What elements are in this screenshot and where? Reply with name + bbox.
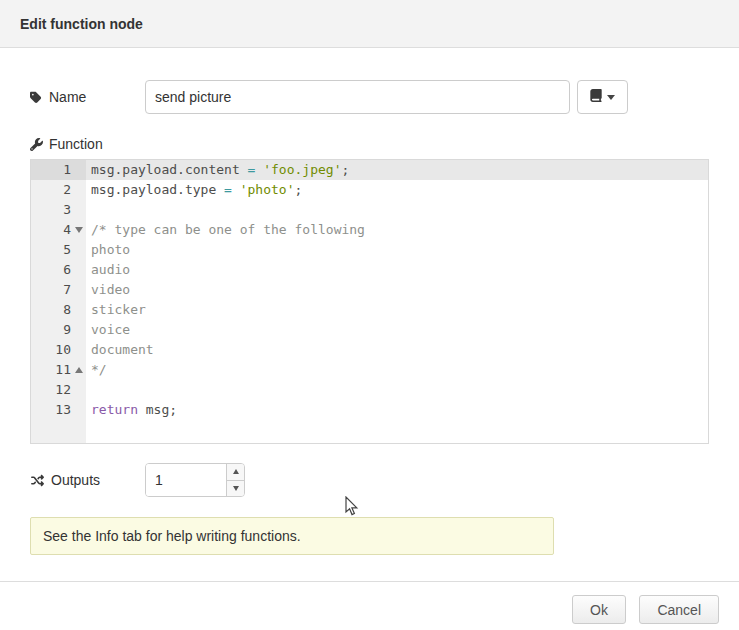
ok-button[interactable]: Ok [572,595,626,624]
code-line[interactable] [86,380,708,400]
info-tip: See the Info tab for help writing functi… [30,517,554,555]
code-line[interactable]: */ [86,360,708,380]
code-line[interactable]: video [86,280,708,300]
dialog-header: Edit function node [0,0,739,48]
code-line[interactable]: return msg; [86,400,708,420]
code-token: msg.payload.content [91,162,248,177]
gutter-line-number[interactable]: 2 [31,180,86,200]
shuffle-icon [30,474,45,487]
code-token: = [224,182,232,197]
function-code-editor[interactable]: 12345678910111213 msg.payload.content = … [30,159,709,444]
code-line[interactable]: msg.payload.type = 'photo'; [86,180,708,200]
code-line[interactable]: /* type can be one of the following [86,220,708,240]
name-row: Name [30,80,709,114]
code-line[interactable]: document [86,340,708,360]
code-token: photo [91,242,130,257]
gutter-line-number[interactable]: 10 [31,340,86,360]
editor-lines: msg.payload.content = 'foo.jpeg';msg.pay… [86,160,708,443]
gutter-line-number[interactable]: 5 [31,240,86,260]
tag-icon [30,91,43,104]
name-label-text: Name [49,89,86,105]
outputs-label: Outputs [30,472,145,488]
spinner-buttons [226,464,244,496]
name-label: Name [30,89,145,105]
spinner-up-button[interactable] [227,464,244,481]
code-token: ; [341,162,349,177]
code-token [232,182,240,197]
dialog-body: Name Function 12345678910111213 msg.payl… [0,48,739,555]
code-line[interactable] [86,200,708,220]
outputs-input[interactable] [146,464,226,496]
library-button[interactable] [577,80,628,114]
gutter-line-number[interactable]: 1 [31,160,86,180]
fold-start-icon[interactable] [75,227,83,233]
code-line[interactable]: photo [86,240,708,260]
spinner-down-button[interactable] [227,481,244,497]
code-token: voice [91,322,130,337]
spinner-down-icon [233,486,239,491]
code-line[interactable]: sticker [86,300,708,320]
gutter-line-number[interactable]: 9 [31,320,86,340]
dialog-footer: Ok Cancel [0,581,739,624]
code-token: */ [91,362,107,377]
code-token: msg; [138,402,177,417]
code-token: video [91,282,130,297]
gutter-line-number[interactable]: 3 [31,200,86,220]
code-line[interactable]: voice [86,320,708,340]
code-token: ; [295,182,303,197]
editor-gutter: 12345678910111213 [31,160,86,443]
caret-down-icon [607,95,615,100]
code-token: audio [91,262,130,277]
fold-end-icon[interactable] [75,367,83,373]
name-input[interactable] [145,80,570,114]
code-token: 'photo' [240,182,295,197]
outputs-label-text: Outputs [51,472,100,488]
edit-function-node-dialog: Edit function node Name Function [0,0,739,630]
gutter-line-number[interactable]: 11 [31,360,86,380]
function-label-row: Function [30,136,709,152]
code-token: msg.payload.type [91,182,224,197]
outputs-row: Outputs [30,463,709,497]
code-token: return [91,402,138,417]
function-label: Function [49,136,103,152]
code-token: document [91,342,154,357]
gutter-line-number[interactable]: 6 [31,260,86,280]
gutter-line-number[interactable]: 8 [31,300,86,320]
wrench-icon [30,138,43,151]
code-token: 'foo.jpeg' [263,162,341,177]
code-line[interactable]: audio [86,260,708,280]
gutter-line-number[interactable]: 12 [31,380,86,400]
gutter-line-number[interactable]: 7 [31,280,86,300]
spinner-up-icon [233,469,239,474]
outputs-spinner [145,463,245,497]
gutter-line-number[interactable]: 4 [31,220,86,240]
code-line[interactable]: msg.payload.content = 'foo.jpeg'; [86,160,708,180]
code-token: /* type can be one of the following [91,222,365,237]
code-token: sticker [91,302,146,317]
info-tip-text: See the Info tab for help writing functi… [43,528,301,544]
cancel-button[interactable]: Cancel [639,595,719,624]
dialog-title: Edit function node [20,16,143,32]
book-icon [590,89,602,105]
gutter-line-number[interactable]: 13 [31,400,86,420]
